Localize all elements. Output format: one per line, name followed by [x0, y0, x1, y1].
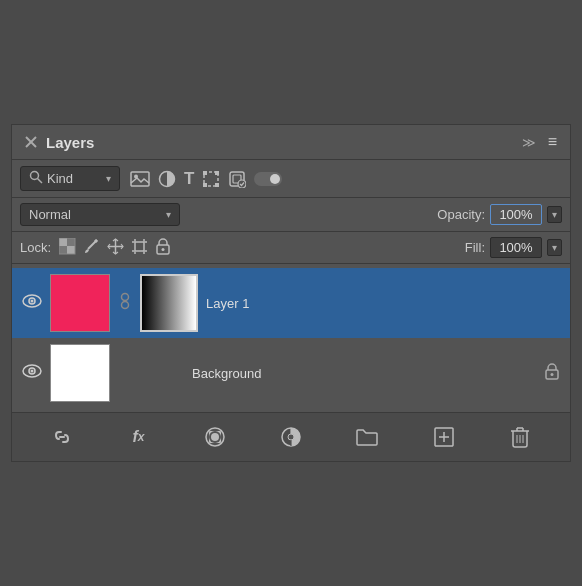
svg-point-50 [211, 433, 219, 441]
add-adjustment-button[interactable] [275, 421, 307, 453]
filter-adjustment-icon[interactable] [158, 170, 176, 188]
svg-rect-17 [67, 238, 75, 246]
svg-line-3 [38, 179, 43, 184]
search-svg [29, 170, 43, 184]
trash-svg [510, 426, 530, 448]
layer-thumb-pink [50, 274, 110, 332]
move-svg [107, 238, 124, 255]
layer-effects-button[interactable]: fx [122, 421, 154, 453]
folder-svg [356, 428, 378, 446]
lock-label: Lock: [20, 240, 51, 255]
layer-name-1: Layer 1 [206, 296, 560, 311]
circle-half-svg [158, 170, 176, 188]
layer-lock-badge-bg [544, 363, 560, 384]
filter-icons: T [130, 169, 282, 189]
filter-shape-icon[interactable] [202, 170, 220, 188]
fill-value: 100% [499, 240, 532, 255]
panel-menu-icon[interactable]: ≡ [548, 133, 558, 151]
panel-title: Layers [46, 134, 94, 151]
close-icon [25, 136, 37, 148]
layers-list: Layer 1 Background [12, 264, 570, 412]
svg-point-2 [31, 172, 39, 180]
visibility-icon-1[interactable] [22, 294, 42, 312]
lock-image-icon[interactable] [83, 238, 100, 258]
layer-item-background[interactable]: Background [12, 338, 570, 408]
fill-chevron-button[interactable]: ▾ [547, 239, 562, 256]
layers-panel: Layers ≫ ≡ Kind ▾ [11, 124, 571, 462]
lock-transparent-icon[interactable] [59, 238, 76, 258]
svg-rect-11 [215, 183, 219, 187]
kind-chevron-icon: ▾ [106, 173, 111, 184]
close-button[interactable] [24, 135, 38, 149]
layer-item-1[interactable]: Layer 1 [12, 268, 570, 338]
svg-point-34 [162, 248, 165, 251]
eye-svg-bg [22, 364, 42, 378]
chain-link-svg [51, 426, 73, 448]
lock-artboard-icon[interactable] [131, 238, 148, 258]
blend-mode-dropdown[interactable]: Normal ▾ [20, 203, 180, 226]
svg-point-43 [31, 370, 34, 373]
image-svg [130, 171, 150, 187]
svg-point-37 [31, 300, 34, 303]
svg-rect-15 [59, 238, 67, 246]
lock-row: Lock: [12, 232, 570, 264]
artboard-svg [131, 238, 148, 255]
add-mask-button[interactable] [199, 421, 231, 453]
visibility-icon-bg[interactable] [22, 364, 42, 382]
opacity-label: Opacity: [437, 207, 485, 222]
layer-thumb-bg [50, 344, 110, 402]
create-layer-button[interactable] [428, 421, 460, 453]
svg-point-45 [551, 373, 554, 376]
svg-rect-9 [215, 171, 219, 175]
kind-dropdown[interactable]: Kind ▾ [20, 166, 120, 191]
circle-square-svg [204, 426, 226, 448]
svg-rect-16 [67, 246, 75, 254]
filter-row: Kind ▾ T [12, 160, 570, 198]
layer-name-bg: Background [192, 366, 536, 381]
fill-container: Fill: 100% ▾ [465, 237, 562, 258]
bottom-toolbar: fx [12, 412, 570, 461]
svg-point-39 [122, 301, 129, 308]
svg-point-38 [122, 293, 129, 300]
blend-chevron-icon: ▾ [166, 209, 171, 220]
svg-line-21 [95, 240, 97, 242]
kind-label: Kind [47, 171, 73, 186]
blend-mode-value: Normal [29, 207, 71, 222]
filter-image-icon[interactable] [130, 171, 150, 187]
svg-point-52 [288, 434, 294, 440]
eye-svg-1 [22, 294, 42, 308]
double-arrow-icon[interactable]: ≫ [522, 135, 536, 150]
title-bar: Layers ≫ ≡ [12, 125, 570, 160]
adjustment-svg [280, 426, 302, 448]
create-group-button[interactable] [351, 421, 383, 453]
opacity-chevron-button[interactable]: ▾ [547, 206, 562, 223]
opacity-input[interactable]: 100% [490, 204, 542, 225]
title-bar-left: Layers [24, 134, 94, 151]
search-icon [29, 170, 43, 187]
transform-svg [202, 170, 220, 188]
opacity-value: 100% [499, 207, 532, 222]
filter-type-icon[interactable]: T [184, 169, 194, 189]
plus-svg [434, 427, 454, 447]
filter-smart-icon[interactable] [228, 170, 246, 188]
layer-link-icon-1[interactable] [118, 292, 132, 315]
link-layers-button[interactable] [46, 421, 78, 453]
brush-svg [83, 238, 100, 255]
fill-input[interactable]: 100% [490, 237, 542, 258]
x-label: x [138, 430, 145, 444]
svg-rect-18 [59, 246, 67, 254]
checkerboard-svg [59, 238, 76, 255]
filter-toggle[interactable] [254, 172, 282, 186]
blend-mode-row: Normal ▾ Opacity: 100% ▾ [12, 198, 570, 232]
svg-rect-10 [203, 183, 207, 187]
svg-rect-4 [131, 172, 149, 186]
svg-rect-8 [203, 171, 207, 175]
lock-svg [155, 238, 171, 255]
smart-svg [228, 170, 246, 188]
layer-mask-thumb-1 [140, 274, 198, 332]
lock-position-icon[interactable] [107, 238, 124, 258]
opacity-container: Opacity: 100% ▾ [437, 204, 562, 225]
delete-layer-button[interactable] [504, 421, 536, 453]
lock-all-icon[interactable] [155, 238, 171, 258]
lock-badge-svg [544, 363, 560, 380]
